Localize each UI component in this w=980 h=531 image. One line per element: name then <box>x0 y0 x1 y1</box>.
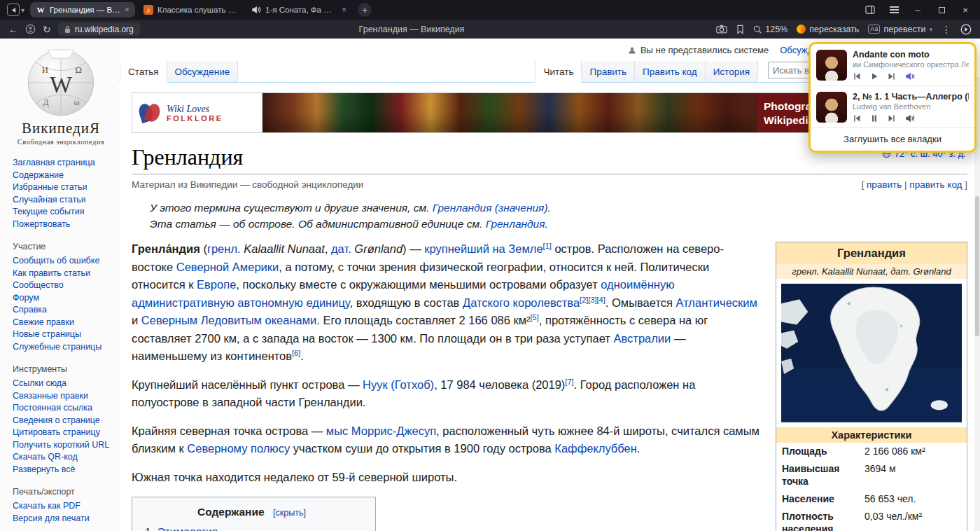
muted-speaker-icon[interactable] <box>905 71 915 81</box>
pause-icon[interactable] <box>870 114 878 123</box>
sidebar-link[interactable]: Постоянная ссылка <box>13 403 92 413</box>
sidebar-link[interactable]: Получить короткий URL <box>13 440 109 450</box>
sidebar-link[interactable]: Служебные страницы <box>13 342 102 352</box>
wiki-link[interactable]: Атлантическим <box>676 296 757 309</box>
zoom-control[interactable]: 125% <box>753 25 788 34</box>
play-icon[interactable] <box>870 72 878 81</box>
previous-track-icon[interactable] <box>853 72 861 81</box>
wiki-link[interactable]: Гренландия (значения) <box>433 202 548 214</box>
sidebar-link[interactable]: Случайная статья <box>13 195 86 205</box>
wiki-link[interactable]: дат. <box>331 242 351 255</box>
previous-track-icon[interactable] <box>853 114 861 123</box>
sidebar-link[interactable]: Версия для печати <box>13 513 90 523</box>
sidebar-link[interactable]: Новые страницы <box>13 329 81 339</box>
sidebar-link[interactable]: Содержание <box>13 170 64 180</box>
toc-hide-link[interactable]: [скрыть] <box>273 508 306 518</box>
wiki-link[interactable]: Австралии <box>614 332 671 345</box>
wikipedia-favicon-icon: W <box>36 5 46 15</box>
sidebar-link[interactable]: Связанные правки <box>13 391 88 401</box>
wiki-link[interactable]: Нуук (Готхоб) <box>363 378 434 391</box>
toc-link[interactable]: Этимология <box>158 525 218 531</box>
sidebar-link[interactable]: Текущие события <box>13 207 84 216</box>
wiki-link[interactable]: Датского королевства <box>463 296 580 309</box>
text-segment: . <box>545 218 548 230</box>
mute-all-tabs-button[interactable]: Заглушить все вкладки <box>811 127 974 151</box>
reference-link[interactable]: [5] <box>531 313 539 322</box>
sidebar-item: Служебные страницы <box>13 341 115 354</box>
sidebar-link[interactable]: Скачать QR-код <box>13 452 78 462</box>
new-tab-button[interactable]: + <box>358 3 372 17</box>
menu-icon[interactable] <box>888 4 900 16</box>
wiki-link[interactable]: Гренландия <box>486 218 545 230</box>
sidebar-link[interactable]: Ссылки сюда <box>13 378 66 388</box>
sidebar-link[interactable]: Справка <box>13 305 47 315</box>
site-subtitle: Материал из Википедии — свободной энцикл… <box>132 179 363 190</box>
browser-tab[interactable]: WГренландия — Вики× <box>30 2 135 18</box>
sidebar-item: Случайная статья <box>13 194 115 207</box>
screenshot-icon[interactable] <box>716 25 727 34</box>
sidebar-link[interactable]: Избранные статьи <box>13 182 88 192</box>
sidebar-link[interactable]: Скачать как PDF <box>13 501 80 511</box>
translate-button[interactable]: Аа перевести ▾ <box>868 25 932 34</box>
sidebar-link[interactable]: Сообщить об ошибке <box>13 256 99 266</box>
text-segment: . Его площадь составляет 2 166 086 км² <box>316 314 530 326</box>
text-segment: Grønland <box>354 242 402 255</box>
wiki-link[interactable]: Европе <box>197 278 236 291</box>
wiki-link[interactable]: мыс Моррис-Джесуп <box>326 425 436 437</box>
sidebar-link[interactable]: Сообщество <box>13 280 64 290</box>
speaker-icon[interactable] <box>905 113 915 123</box>
minimize-button[interactable]: – <box>911 4 924 16</box>
sidebar-link[interactable]: Свежие правки <box>13 317 74 327</box>
back-button[interactable]: ← <box>8 24 18 35</box>
wiki-link[interactable]: Северному полюсу <box>187 442 290 455</box>
tab-История[interactable]: История <box>706 61 758 82</box>
sidebar-link[interactable]: Развернуть всё <box>13 464 75 474</box>
reference-link[interactable]: [7] <box>565 377 573 385</box>
next-track-icon[interactable] <box>888 72 896 81</box>
wiki-link[interactable]: Северной Америки <box>176 261 279 273</box>
profile-icon[interactable] <box>25 24 36 34</box>
tab-close-button[interactable]: × <box>342 5 346 15</box>
wiki-link[interactable]: гренл. <box>207 242 241 255</box>
tab-close-button[interactable]: × <box>125 5 130 15</box>
close-button[interactable]: × <box>959 4 972 16</box>
sidebar-link[interactable]: Цитировать страницу <box>13 427 100 437</box>
tab-Обсуждение[interactable]: Обсуждение <box>167 61 239 82</box>
sidebar-link[interactable]: Заглавная страница <box>13 158 95 167</box>
side-panel-icon[interactable] <box>864 4 876 16</box>
greenland-map-image[interactable] <box>776 279 967 427</box>
wiki-link[interactable]: Каффеклуббен <box>554 442 637 455</box>
browser-logo-icon[interactable] <box>7 4 20 16</box>
more-options-icon[interactable]: ⋮ <box>941 24 951 35</box>
url-text: ru.wikipedia.org <box>75 25 134 34</box>
retell-button[interactable]: пересказать <box>797 25 859 34</box>
url-chip[interactable]: ru.wikipedia.org <box>58 22 140 36</box>
browser-tab[interactable]: 1-я Соната, Фа Мин× <box>246 2 352 18</box>
sidebar-link[interactable]: Как править статьи <box>13 268 90 278</box>
reference-link[interactable]: [2][3][4] <box>580 295 606 303</box>
tab-list-chevron-icon[interactable]: ▾ <box>21 6 24 14</box>
sidebar-link[interactable]: Форум <box>13 293 39 303</box>
tab-Читать[interactable]: Читать <box>535 61 582 83</box>
reference-link[interactable]: [1] <box>543 242 552 250</box>
tab-Править[interactable]: Править <box>582 61 635 82</box>
sidebar-link[interactable]: Сведения о странице <box>13 415 100 425</box>
media-play-icon[interactable] <box>960 24 972 35</box>
edit-link[interactable]: править <box>867 179 902 190</box>
infobox-value: 0,03 чел./км² <box>864 510 961 531</box>
wiki-wordmark[interactable]: ВикипедиЯ <box>7 120 115 137</box>
wiki-link[interactable]: крупнейший на Земле <box>424 242 542 255</box>
sidebar-link[interactable]: Пожертвовать <box>13 219 70 229</box>
reload-button[interactable]: ↻ <box>43 24 51 35</box>
edit-link[interactable]: править код <box>909 179 962 190</box>
tab-Статья[interactable]: Статья <box>120 61 167 83</box>
tab-Править код[interactable]: Править код <box>635 61 706 82</box>
wiki-link[interactable]: Северным Ледовитым океанами <box>141 314 316 326</box>
bookmark-flag-icon[interactable] <box>736 25 744 34</box>
next-track-icon[interactable] <box>888 114 896 123</box>
reference-link[interactable]: [6] <box>292 349 300 357</box>
scrollbar-thumb[interactable] <box>975 196 979 336</box>
maximize-button[interactable] <box>935 4 948 16</box>
wikipedia-logo[interactable]: W И Ω Д ω <box>25 47 97 118</box>
browser-tab[interactable]: ♪Классика слушать онлайн <box>138 2 243 18</box>
